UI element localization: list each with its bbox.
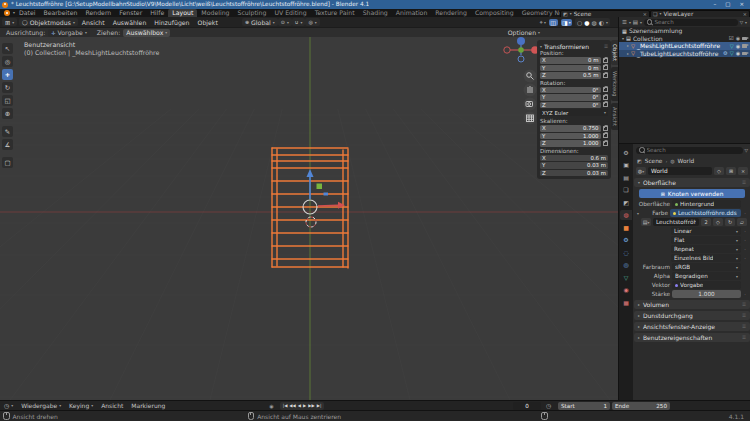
tab-scene[interactable]: ◩	[620, 197, 632, 207]
transform-orientation-selector[interactable]: ⊕ Global ▾	[242, 18, 278, 26]
tool-transform-button[interactable]: ⊕	[2, 108, 13, 119]
tab-material[interactable]: ◉	[620, 285, 632, 295]
tab-viewlayer[interactable]: ❏	[620, 185, 632, 195]
lock-icon[interactable]	[603, 73, 609, 78]
strength-slider[interactable]: 1.000	[672, 290, 741, 298]
eye-icon[interactable]: ◉	[736, 43, 740, 49]
workspace-tab-modeling[interactable]: Modeling	[197, 9, 233, 17]
play-reverse-button[interactable]: ◀	[298, 403, 301, 408]
jump-to-end-button[interactable]: ▶|	[317, 403, 322, 408]
editor-type-button[interactable]: ⊞▾	[2, 18, 17, 26]
surface-section-header[interactable]: ▾ Oberfläche ☰	[634, 178, 750, 187]
expander-icon[interactable]: ▸	[627, 51, 629, 56]
dimension-y-field[interactable]: Y0.03 m	[540, 162, 608, 169]
shading-rendered-button[interactable]: ◐	[599, 19, 604, 26]
rotation-z-field[interactable]: Z0°	[540, 102, 601, 109]
workspace-tab-texturepaint[interactable]: Texture Paint	[311, 9, 359, 17]
workspace-tab-rendering[interactable]: Rendering	[431, 9, 471, 17]
menu-objekt[interactable]: Objekt	[194, 19, 222, 26]
scale-z-field[interactable]: Z1.000	[540, 140, 601, 147]
gizmo-toggle-button[interactable]: ⌖▾	[540, 18, 546, 26]
tab-tool[interactable]: ⚙	[620, 147, 632, 157]
overlays-toggle-button[interactable]: ◫	[549, 19, 558, 26]
camera-render-icon[interactable]	[742, 52, 747, 56]
tab-world[interactable]: ◍	[620, 210, 632, 220]
workspace-tab-uvediting[interactable]: UV Editing	[270, 9, 310, 17]
close-button[interactable]: ×	[739, 0, 744, 9]
tool-rotate-button[interactable]: ↻	[2, 82, 13, 93]
tab-particles[interactable]: ◌	[620, 247, 632, 257]
pivot-point-selector[interactable]: ⊙▾	[278, 18, 292, 26]
rotation-x-field[interactable]: X0°	[540, 87, 601, 94]
vector-input-field[interactable]: Vorgabe	[672, 281, 741, 289]
lock-icon[interactable]	[603, 87, 609, 92]
dimension-x-field[interactable]: X0.6 m	[540, 155, 608, 162]
tab-object-data[interactable]: ▽	[620, 272, 632, 282]
refresh-icon[interactable]: ↻	[725, 218, 735, 226]
workspace-tab-sculpting[interactable]: Sculpting	[234, 9, 271, 17]
rotation-mode-dropdown[interactable]: XYZ Euler▾	[540, 109, 608, 116]
shading-solid-button[interactable]: ●	[584, 19, 589, 26]
drag-mode-dropdown[interactable]: Auswählbox ▾	[123, 29, 170, 37]
position-z-field[interactable]: Z0.5 m	[540, 72, 601, 79]
shading-material-button[interactable]: ◍	[592, 19, 597, 26]
snap-selector[interactable]: ∪▾	[292, 18, 306, 26]
expander-icon[interactable]: ▸	[627, 43, 629, 48]
tool-measure-button[interactable]: ∡	[2, 139, 13, 150]
menu-hilfe[interactable]: Hilfe	[146, 9, 168, 17]
viewport-nav-buttons[interactable]	[524, 70, 537, 125]
projection-dropdown[interactable]: Flat▾	[671, 236, 741, 244]
interpolation-dropdown[interactable]: Linear▾	[671, 227, 741, 235]
tab-object[interactable]: ■	[620, 222, 632, 232]
unlink-world-button[interactable]: ×	[738, 167, 748, 175]
outliner-display-mode-icon[interactable]: ▤	[633, 19, 638, 25]
image-name-field[interactable]: Leuchtstoffröhre.dds	[653, 218, 699, 226]
new-world-button[interactable]: ⊞	[726, 167, 736, 175]
rotation-y-field[interactable]: Y0°	[540, 94, 601, 101]
jump-to-start-button[interactable]: |◀	[283, 403, 288, 408]
lock-icon[interactable]	[603, 133, 609, 138]
play-button[interactable]: ▶	[303, 403, 306, 408]
image-users-count[interactable]: 2	[701, 218, 711, 226]
custom-properties-section-header[interactable]: ▸ Benutzereigenschaften ☰	[634, 333, 750, 342]
blender-menu-icon[interactable]	[4, 10, 10, 16]
next-keyframe-button[interactable]: ▶▶	[308, 403, 314, 408]
extension-dropdown[interactable]: Repeat▾	[671, 245, 741, 253]
menu-hinzufuegen[interactable]: Hinzufügen	[150, 19, 193, 26]
workspace-tab-shading[interactable]: Shading	[359, 9, 392, 17]
outliner-search-input[interactable]	[654, 19, 734, 25]
panel-collapse-icon[interactable]: ▾	[540, 44, 542, 49]
menu-datei[interactable]: Datei	[15, 9, 40, 17]
properties-filter-icon[interactable]: ▽	[745, 148, 748, 153]
properties-search-input[interactable]	[647, 147, 740, 153]
menu-markierung[interactable]: Markierung	[127, 402, 169, 409]
options-dropdown[interactable]: Optionen▾	[508, 29, 618, 36]
menu-keying[interactable]: Keying▾	[65, 402, 97, 409]
tab-physics[interactable]: ◎	[620, 260, 632, 270]
tab-modifiers[interactable]: ⚙	[620, 235, 632, 245]
viewport-display-section-header[interactable]: ▸ Ansichtsfenster-Anzeige ☰	[634, 322, 750, 331]
menu-auswaehlen[interactable]: Auswählen	[109, 19, 151, 26]
expander-icon[interactable]: ▾	[622, 36, 624, 41]
workspace-tab-animation[interactable]: Animation	[392, 9, 432, 17]
auto-keying-button[interactable]: ◉	[269, 403, 273, 409]
sidebar-tab-objekt[interactable]: Objekt	[611, 40, 618, 65]
navigation-gizmo[interactable]	[504, 37, 539, 62]
minimize-button[interactable]: –	[713, 0, 716, 9]
camera-render-icon[interactable]	[742, 37, 747, 41]
browse-image-button[interactable]: ▤▾	[641, 218, 651, 226]
color-texture-field[interactable]: Leuchtstoffröhre.dds	[670, 209, 741, 217]
sidebar-tab-werkzeug[interactable]: Werkzeug	[611, 67, 618, 101]
prev-keyframe-button[interactable]: ◀◀	[289, 403, 295, 408]
frame-end-field[interactable]: Ende250	[612, 402, 670, 410]
surface-shader-dropdown[interactable]: Hintergrund	[672, 200, 741, 208]
scale-y-field[interactable]: Y1.000	[540, 133, 601, 140]
menu-ansicht[interactable]: Ansicht	[78, 19, 109, 26]
proportional-editing-button[interactable]: ◎▾	[305, 18, 319, 26]
menu-timeline-ansicht[interactable]: Ansicht	[97, 402, 127, 409]
tool-annotate-button[interactable]: ✎	[2, 126, 13, 137]
source-dropdown[interactable]: Einzelnes Bild▾	[671, 254, 741, 262]
filter-funnel-icon[interactable]: ▽	[740, 20, 743, 25]
tool-move-button[interactable]: +	[2, 69, 13, 80]
mist-pass-section-header[interactable]: ▸ Dunstdurchgang ☰	[634, 311, 750, 320]
